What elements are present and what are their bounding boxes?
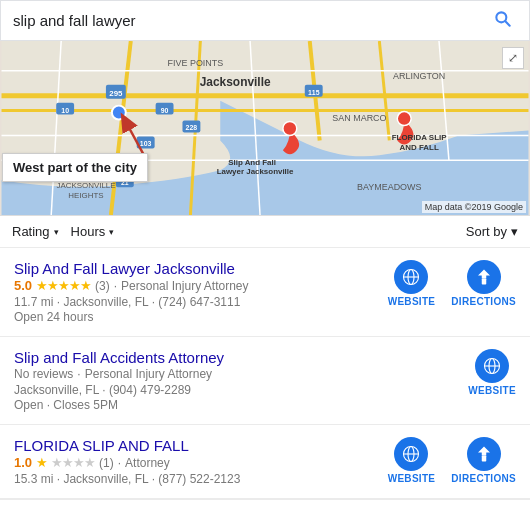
result-status: Open 24 hours [14,310,386,324]
no-reviews-label: No reviews [14,367,73,381]
map-graphic: 295 10 90 115 228 103 Jacksonville SAN M… [0,41,530,215]
stars-full: ★★★★★ [36,278,91,293]
filter-bar: Rating ▾ Hours ▾ Sort by ▾ [0,216,530,248]
search-input[interactable] [13,12,489,29]
directions-label: DIRECTIONS [451,296,516,307]
svg-text:103: 103 [140,140,152,147]
sort-button[interactable]: Sort by ▾ [466,224,518,239]
directions-label: DIRECTIONS [451,473,516,484]
website-label: WEBSITE [388,473,436,484]
table-row: FLORIDA SLIP AND FALL 1.0 ★★★★★ (1) · At… [0,425,530,499]
svg-text:BAYMEADOWS: BAYMEADOWS [357,182,421,192]
review-count: (3) [95,279,110,293]
more-places-link[interactable]: ≡ More places [0,499,530,512]
sort-label: Sort by [466,224,507,239]
result-info: Slip And Fall Lawyer Jacksonville 5.0 ★★… [14,260,386,324]
result-type: Attorney [125,456,170,470]
rating-caret-icon: ▾ [54,227,59,237]
rating-row: 5.0 ★★★★★ (3) · Personal Injury Attorney [14,278,386,293]
rating-row: No reviews · Personal Injury Attorney [14,367,386,381]
rating-filter[interactable]: Rating ▾ [12,224,59,239]
result-actions: WEBSITE [386,349,516,396]
action-buttons: WEBSITE DIRECTIONS [388,260,516,307]
action-buttons: WEBSITE [468,349,516,396]
svg-text:Jacksonville: Jacksonville [200,75,271,89]
directions-icon [467,437,501,471]
hours-filter[interactable]: Hours ▾ [71,224,115,239]
directions-button[interactable]: DIRECTIONS [451,437,516,484]
result-type: Personal Injury Attorney [85,367,212,381]
table-row: Slip And Fall Lawyer Jacksonville 5.0 ★★… [0,248,530,337]
svg-text:228: 228 [186,124,198,131]
result-details: Jacksonville, FL · (904) 479-2289 [14,383,386,397]
website-button[interactable]: WEBSITE [388,437,436,484]
website-icon [394,437,428,471]
svg-point-35 [112,106,126,120]
rating-value: 5.0 [14,278,32,293]
result-name-link[interactable]: FLORIDA SLIP AND FALL [14,437,189,454]
stars-empty: ★★★★ [51,455,95,470]
result-info: Slip and Fall Accidents Attorney No revi… [14,349,386,412]
website-label: WEBSITE [388,296,436,307]
svg-point-39 [397,112,411,126]
svg-text:10: 10 [61,107,69,114]
website-button[interactable]: WEBSITE [468,349,516,396]
svg-rect-49 [481,279,486,285]
svg-text:JACKSONVILLE: JACKSONVILLE [56,181,115,190]
svg-text:295: 295 [109,89,123,98]
svg-text:SAN MARCO: SAN MARCO [332,113,386,123]
result-type: Personal Injury Attorney [121,279,248,293]
rating-filter-label: Rating [12,224,50,239]
svg-text:AND FALL: AND FALL [399,143,438,152]
svg-text:ARLINGTON: ARLINGTON [393,71,445,81]
website-label: WEBSITE [468,385,516,396]
hours-caret-icon: ▾ [109,227,114,237]
svg-text:FIVE POINTS: FIVE POINTS [168,58,224,68]
directions-button[interactable]: DIRECTIONS [451,260,516,307]
directions-icon [467,260,501,294]
result-details: 11.7 mi · Jacksonville, FL · (724) 647-3… [14,295,386,309]
svg-point-36 [283,122,297,136]
rating-value: 1.0 [14,455,32,470]
map-expand-button[interactable]: ⤢ [502,47,524,69]
svg-text:FLORIDA SLIP: FLORIDA SLIP [392,133,448,142]
map-area[interactable]: 295 10 90 115 228 103 Jacksonville SAN M… [0,41,530,216]
map-tooltip: West part of the city [2,153,148,182]
hours-filter-label: Hours [71,224,106,239]
map-credit: Map data ©2019 Google [422,201,526,213]
rating-row: 1.0 ★★★★★ (1) · Attorney [14,455,386,470]
website-icon [394,260,428,294]
expand-icon: ⤢ [508,51,518,65]
table-row: Slip and Fall Accidents Attorney No revi… [0,337,530,425]
svg-line-1 [505,21,509,25]
result-info: FLORIDA SLIP AND FALL 1.0 ★★★★★ (1) · At… [14,437,386,486]
svg-rect-56 [481,456,486,462]
svg-text:115: 115 [308,89,320,96]
result-actions: WEBSITE DIRECTIONS [386,437,516,484]
sort-caret-icon: ▾ [511,224,518,239]
website-icon [475,349,509,383]
search-bar [0,0,530,41]
result-status: Open · Closes 5PM [14,398,386,412]
svg-text:90: 90 [161,107,169,114]
svg-text:HEIGHTS: HEIGHTS [68,191,103,200]
svg-text:Lawyer Jacksonville: Lawyer Jacksonville [217,167,294,176]
stars-full: ★ [36,455,47,470]
action-buttons: WEBSITE DIRECTIONS [388,437,516,484]
search-icon [493,9,513,29]
review-count: (1) [99,456,114,470]
result-name-link[interactable]: Slip and Fall Accidents Attorney [14,349,224,366]
result-details: 15.3 mi · Jacksonville, FL · (877) 522-2… [14,472,386,486]
result-name-link[interactable]: Slip And Fall Lawyer Jacksonville [14,260,235,277]
svg-text:Slip And Fall: Slip And Fall [228,158,276,167]
website-button[interactable]: WEBSITE [388,260,436,307]
search-button[interactable] [489,9,517,32]
result-actions: WEBSITE DIRECTIONS [386,260,516,307]
results-list: Slip And Fall Lawyer Jacksonville 5.0 ★★… [0,248,530,499]
